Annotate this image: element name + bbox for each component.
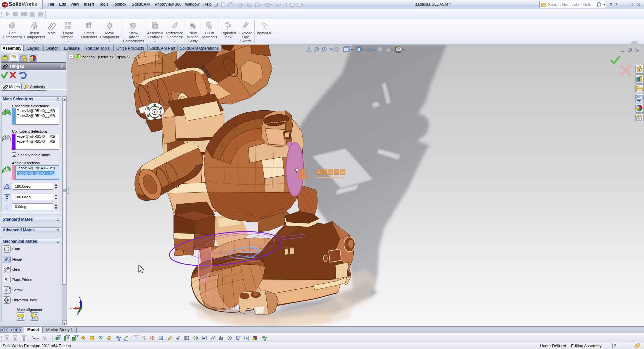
svg-text:▾: ▾	[270, 3, 272, 6]
svg-text:SW: SW	[3, 3, 7, 6]
svg-text:A: A	[246, 336, 248, 340]
svg-text:▾: ▾	[233, 3, 235, 6]
svg-text:A: A	[203, 336, 205, 340]
svg-text:▾: ▾	[302, 3, 303, 6]
svg-text:▾: ▾	[242, 3, 244, 6]
svg-text:zadaca1 (Default<Display S...: zadaca1 (Default<Display S...	[82, 55, 133, 59]
svg-text:▾: ▾	[280, 3, 281, 6]
svg-text:Z: Z	[79, 295, 81, 299]
svg-text:Y: Y	[77, 313, 79, 317]
svg-text:a: a	[229, 336, 230, 340]
svg-text:▾: ▾	[260, 3, 262, 6]
svg-text:X: X	[69, 307, 72, 310]
